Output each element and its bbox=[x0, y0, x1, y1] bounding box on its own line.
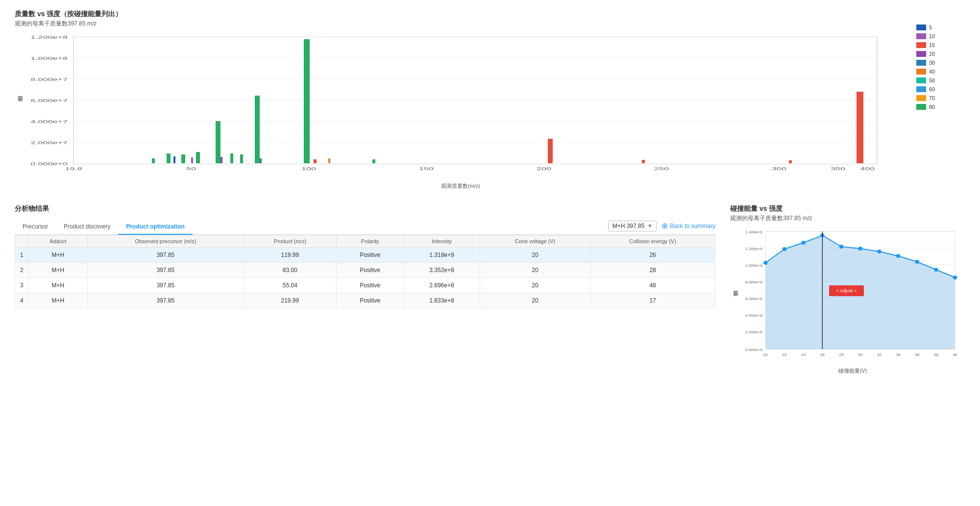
legend-color-swatch bbox=[916, 86, 926, 92]
section-title: 分析物结果 bbox=[15, 204, 715, 213]
legend-label: 30 bbox=[929, 60, 935, 66]
cell-adduct: M+H bbox=[28, 278, 87, 293]
cell-collision-energy: 28 bbox=[590, 263, 715, 278]
mass-chart-area: 质量数 vs 强度（按碰撞能量列出） 观测的母离子质量数397.85 m/z 强… bbox=[15, 10, 906, 190]
svg-rect-40 bbox=[191, 157, 193, 163]
cell-polarity: Positive bbox=[337, 263, 404, 278]
tab-precursor[interactable]: Precursor bbox=[15, 219, 56, 235]
collision-chart-container: 1.400e+9 1.200e+9 1.000e+9 8.000e+8 6.00… bbox=[740, 227, 965, 375]
svg-rect-43 bbox=[328, 158, 330, 163]
svg-rect-27 bbox=[167, 153, 171, 163]
svg-point-73 bbox=[783, 247, 786, 251]
collision-chart-title: 碰撞能量 vs 强度 bbox=[730, 204, 965, 213]
row-number: 3 bbox=[15, 278, 29, 293]
legend-color-swatch bbox=[916, 69, 926, 75]
svg-text:8.000e+7: 8.000e+7 bbox=[30, 77, 68, 82]
svg-text:0.000e+0: 0.000e+0 bbox=[30, 161, 68, 166]
back-to-summary-button[interactable]: ⊕ Back to summary bbox=[662, 221, 715, 230]
collision-y-axis-label: 强度 bbox=[730, 227, 740, 375]
cell-cone-voltage: 20 bbox=[480, 263, 590, 278]
svg-rect-42 bbox=[260, 158, 262, 163]
svg-text:19.8: 19.8 bbox=[65, 166, 82, 171]
legend-item: 10 bbox=[916, 33, 965, 39]
row-number: 2 bbox=[15, 263, 29, 278]
svg-text:0.000e+0: 0.000e+0 bbox=[745, 348, 763, 352]
svg-text:2.000e+8: 2.000e+8 bbox=[745, 330, 763, 334]
page-container: 质量数 vs 强度（按碰撞能量列出） 观测的母离子质量数397.85 m/z 强… bbox=[0, 0, 980, 506]
svg-text:32: 32 bbox=[877, 353, 882, 357]
legend-color-swatch bbox=[916, 95, 926, 101]
svg-rect-41 bbox=[220, 157, 222, 163]
results-table: Adduct Observed precursor (m/z) Product … bbox=[15, 235, 715, 308]
legend-container: 5101520304050607080 bbox=[916, 25, 965, 113]
back-btn-label: Back to summary bbox=[670, 223, 715, 229]
cell-cone-voltage: 20 bbox=[480, 278, 590, 293]
legend-item: 60 bbox=[916, 86, 965, 92]
svg-rect-28 bbox=[181, 154, 185, 163]
svg-text:6.000e+7: 6.000e+7 bbox=[30, 98, 68, 103]
legend-label: 20 bbox=[929, 51, 935, 57]
svg-rect-38 bbox=[789, 160, 792, 163]
svg-point-76 bbox=[839, 245, 843, 249]
svg-rect-0 bbox=[74, 37, 877, 164]
mass-chart-svg: 1.200e+8 1.000e+8 8.000e+7 6.000e+7 4.00… bbox=[24, 32, 906, 179]
svg-text:2.000e+7: 2.000e+7 bbox=[30, 140, 68, 145]
svg-text:350: 350 bbox=[831, 166, 845, 171]
svg-text:24: 24 bbox=[801, 353, 806, 357]
mass-chart-container: 1.200e+8 1.000e+8 8.000e+7 6.000e+7 4.00… bbox=[24, 32, 906, 180]
col-observed-precursor: Observed precursor (m/z) bbox=[87, 235, 244, 248]
svg-text:< Adjust >: < Adjust > bbox=[836, 288, 857, 293]
table-row[interactable]: 1 M+H 397.85 119.99 Positive 1.318e+9 20… bbox=[15, 248, 715, 263]
legend-color-swatch bbox=[916, 42, 926, 48]
svg-text:50: 50 bbox=[186, 166, 196, 171]
legend-label: 50 bbox=[929, 77, 935, 83]
table-row[interactable]: 4 M+H 397.85 219.99 Positive 1.833e+8 20… bbox=[15, 293, 715, 308]
svg-text:40: 40 bbox=[953, 353, 957, 357]
collision-chart-subtitle: 观测的母离子质量数397.85 m/z bbox=[730, 214, 965, 223]
cell-precursor: 397.85 bbox=[87, 263, 244, 278]
row-number: 4 bbox=[15, 293, 29, 308]
table-row[interactable]: 2 M+H 397.85 83.00 Positive 3.352e+8 20 … bbox=[15, 263, 715, 278]
mass-x-axis-label: 观测质量数(m/z) bbox=[15, 182, 906, 190]
collision-chart-svg: 1.400e+9 1.200e+9 1.000e+9 8.000e+8 6.00… bbox=[740, 227, 965, 364]
cell-product: 83.00 bbox=[244, 263, 336, 278]
cell-product: 119.99 bbox=[244, 248, 336, 263]
svg-rect-34 bbox=[857, 92, 863, 163]
svg-rect-37 bbox=[642, 160, 645, 163]
col-num bbox=[15, 235, 29, 248]
back-circle-icon: ⊕ bbox=[662, 221, 668, 230]
legend-item: 40 bbox=[916, 69, 965, 75]
cell-precursor: 397.85 bbox=[87, 248, 244, 263]
svg-text:1.000e+8: 1.000e+8 bbox=[30, 56, 68, 61]
svg-text:28: 28 bbox=[839, 353, 844, 357]
svg-point-77 bbox=[858, 247, 862, 251]
cell-precursor: 397.85 bbox=[87, 278, 244, 293]
tab-product-discovery[interactable]: Product discovery bbox=[56, 219, 118, 235]
tab-product-optimization[interactable]: Product optimization bbox=[118, 219, 192, 235]
cell-adduct: M+H bbox=[28, 263, 87, 278]
col-intensity: Intensity bbox=[404, 235, 480, 248]
cell-cone-voltage: 20 bbox=[480, 248, 590, 263]
legend-item: 30 bbox=[916, 60, 965, 66]
svg-text:38: 38 bbox=[934, 353, 939, 357]
legend-color-swatch bbox=[916, 60, 926, 66]
legend-label: 80 bbox=[929, 104, 935, 110]
svg-rect-35 bbox=[548, 139, 553, 163]
mass-y-axis-label: 强度 bbox=[15, 32, 24, 180]
svg-text:300: 300 bbox=[772, 166, 786, 171]
mh-dropdown[interactable]: M+H 397.85 ▼ bbox=[608, 221, 657, 231]
svg-point-80 bbox=[915, 260, 919, 264]
cell-intensity: 1.833e+8 bbox=[404, 293, 480, 308]
svg-text:4.000e+7: 4.000e+7 bbox=[30, 119, 68, 124]
table-row[interactable]: 3 M+H 397.85 55.04 Positive 2.696e+8 20 … bbox=[15, 278, 715, 293]
svg-text:1.200e+9: 1.200e+9 bbox=[745, 247, 763, 251]
svg-rect-25 bbox=[255, 96, 260, 163]
legend-item: 70 bbox=[916, 95, 965, 101]
svg-rect-39 bbox=[173, 156, 175, 163]
legend-item: 50 bbox=[916, 77, 965, 83]
cell-product: 55.04 bbox=[244, 278, 336, 293]
cell-intensity: 2.696e+8 bbox=[404, 278, 480, 293]
svg-point-74 bbox=[801, 241, 805, 245]
mass-chart-wrapper: 强度 1.200e+8 1 bbox=[15, 32, 906, 180]
legend-area: 5101520304050607080 bbox=[906, 10, 965, 190]
